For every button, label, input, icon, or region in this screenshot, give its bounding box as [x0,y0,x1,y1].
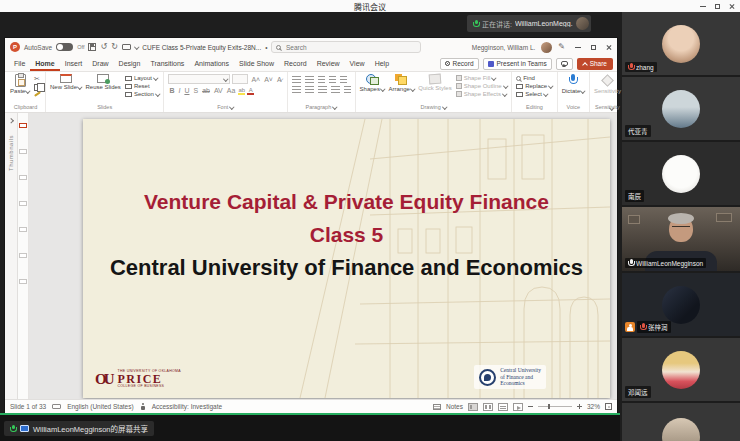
align-right-icon[interactable] [318,86,327,93]
maximize-icon[interactable] [715,4,720,9]
thumbnail-slide-2[interactable] [19,149,27,154]
justify-icon[interactable] [331,86,340,93]
slide-subtitle[interactable]: Central University of Finance and Econom… [83,255,610,281]
participant-tile-zhangzirun[interactable]: 张梓润 [622,273,740,336]
italic-button[interactable]: I [177,87,181,94]
bold-button[interactable]: B [168,87,175,94]
minimize-icon[interactable] [700,6,706,7]
change-case-icon[interactable]: Aa [226,87,237,94]
format-painter-icon[interactable] [34,91,41,97]
shape-effects-button[interactable]: Shape Effects [456,91,508,97]
new-slide-button[interactable]: New Slide [50,74,82,90]
decrease-indent-icon[interactable] [318,76,325,83]
tab-help[interactable]: Help [370,56,394,71]
present-in-teams-button[interactable]: Present in Teams [483,58,552,70]
shape-outline-button[interactable]: Shape Outline [456,83,508,89]
save-icon[interactable] [88,43,96,51]
slideshow-view-icon[interactable] [513,403,523,411]
zoom-out-icon[interactable] [528,406,533,407]
numbering-icon[interactable] [305,76,314,83]
ppt-minimize-icon[interactable] [575,47,581,48]
thumbnail-slide-5[interactable] [19,227,27,232]
increase-indent-icon[interactable] [329,76,336,83]
accessibility-status[interactable]: Accessibility: Investigate [152,403,222,410]
user-name[interactable]: Megginson, William L. [472,44,536,51]
thumbnails-expand-icon[interactable] [8,118,13,123]
thumbnail-slide-4[interactable] [19,201,27,206]
highlight-color-icon[interactable]: ab [238,87,245,94]
bullets-icon[interactable] [292,76,301,83]
tab-animations[interactable]: Animations [189,56,234,71]
tab-record[interactable]: Record [279,56,312,71]
shadow-button[interactable]: S [192,87,199,94]
decrease-font-icon[interactable]: A˅ [263,76,274,83]
replace-button[interactable]: Replace [516,83,553,89]
fit-slide-icon[interactable] [605,403,612,410]
cut-icon[interactable]: ✂ [34,75,41,82]
tab-view[interactable]: View [345,56,370,71]
shapes-button[interactable]: Shapes [360,74,385,92]
zoom-slider[interactable] [538,406,572,407]
char-spacing-icon[interactable]: AV [213,87,224,94]
share-banner[interactable]: WilliamLeonMegginson的屏幕共享 [4,421,154,436]
ppt-close-icon[interactable] [606,44,612,50]
search-box[interactable] [271,41,421,53]
columns-icon[interactable] [344,86,351,93]
quick-styles-button[interactable]: Quick Styles [418,74,451,91]
notes-button[interactable]: Notes [446,403,463,410]
tab-slide-show[interactable]: Slide Show [234,56,279,71]
tab-review[interactable]: Review [312,56,345,71]
quick-access-chevron-icon[interactable] [134,45,139,50]
strikethrough-button[interactable]: ab [201,87,211,94]
user-avatar[interactable] [541,42,552,53]
pencil-icon[interactable]: ✎ [558,43,565,51]
zoom-in-icon[interactable] [577,404,582,409]
search-input[interactable] [284,43,416,52]
font-name-select[interactable] [168,74,230,84]
zoom-level[interactable]: 32% [587,403,600,410]
underline-button[interactable]: U [183,87,190,94]
sensitivity-button[interactable]: Sensitivity [594,74,621,94]
tab-insert[interactable]: Insert [60,56,88,71]
dictate-button[interactable]: Dictate [562,74,585,94]
thumbnail-slide-1[interactable] [19,123,27,128]
reuse-slides-button[interactable]: Reuse Slides [86,74,121,90]
share-button[interactable]: Share [577,58,613,70]
participant-tile-zhang[interactable]: zhang [622,12,740,75]
record-button[interactable]: Record [440,58,479,70]
find-button[interactable]: Find [516,75,553,81]
tab-transitions[interactable]: Transitions [145,56,189,71]
font-size-select[interactable] [232,74,248,84]
participant-tile-dengwenyuan[interactable]: 邓闻远 [622,338,740,401]
participant-tile-partial[interactable] [622,403,740,441]
autosave-toggle[interactable] [56,43,73,51]
participant-tile-megginson[interactable]: WilliamLeonMegginson [622,207,740,271]
tab-home[interactable]: Home [30,56,59,71]
copy-icon[interactable] [34,84,40,91]
paste-button[interactable]: Paste [10,74,30,94]
select-button[interactable]: Select [516,91,553,97]
slide-title[interactable]: Venture Capital & Private Equity Finance… [83,185,610,251]
normal-view-icon[interactable] [468,403,478,411]
section-button[interactable]: Section [125,91,160,97]
keyboard-icon[interactable] [52,404,61,409]
redo-icon[interactable]: ↻ [111,43,118,51]
undo-icon[interactable]: ↺ [100,43,107,51]
start-slideshow-icon[interactable] [122,44,131,50]
thumbnail-slide-3[interactable] [19,175,27,180]
ppt-maximize-icon[interactable] [591,45,596,50]
zoom-slider-knob[interactable] [548,404,550,409]
font-color-icon[interactable]: A [247,87,254,94]
language-status[interactable]: English (United States) [67,403,133,410]
shape-fill-button[interactable]: Shape Fill [456,75,508,81]
thumbnail-slide-7[interactable] [19,279,27,284]
slide-sorter-view-icon[interactable] [483,403,493,411]
reading-view-icon[interactable] [498,403,508,411]
align-center-icon[interactable] [305,86,314,93]
thumbnails-pane[interactable]: Thumbnails [5,113,18,399]
document-title[interactable]: CUFE Class 5-Private Equity Exits-28N... [142,44,261,51]
align-left-icon[interactable] [292,86,301,93]
comments-button[interactable] [556,58,573,70]
tab-file[interactable]: File [9,56,30,71]
tab-design[interactable]: Design [114,56,146,71]
